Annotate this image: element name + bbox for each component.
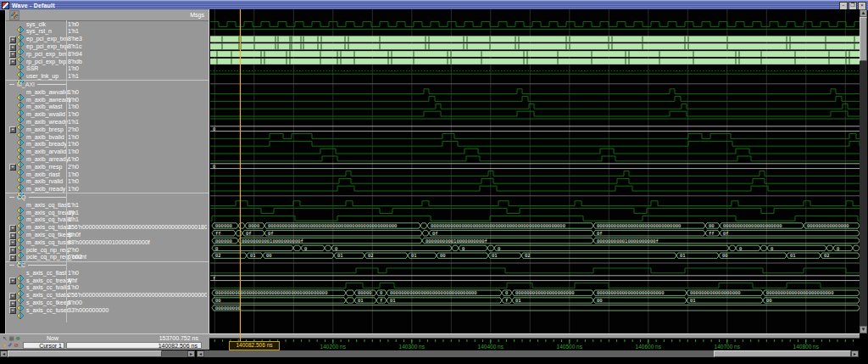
wave-s_axis_cc_tuser: 000000000 [212,305,860,311]
signal-row[interactable]: s_axis_cc_tvalid1'h0 [6,284,209,292]
signal-row[interactable]: +s_axis_cc_tkeep8'h00 [6,299,209,306]
signal-row[interactable]: +m_axib_bresp2'h0 [6,126,209,133]
name-value-splitter[interactable] [66,20,67,322]
scroll-left-icon[interactable]: ◄ [0,350,8,357]
signal-name: m_axib_wready [26,119,68,125]
signal-row[interactable]: m_axib_rvalid1'h0 [6,178,209,186]
scroll-up-icon[interactable]: ▲ [860,9,867,17]
svg-text:0f: 0f [597,231,603,236]
signal-value: 1'h0 [68,97,207,103]
signal-row[interactable]: m_axib_awvalid1'h0 [6,88,209,96]
wave-s_axis_cc_tdata: 0000000000000000000000000000000000000000… [212,290,860,295]
cursor-name-cell[interactable]: Cursor 1 [23,342,64,350]
signal-row[interactable]: SSR1'h0 [6,65,209,73]
signal-value: 33'h000000000 [68,307,207,313]
signal-row[interactable]: +m_axis_cq_tuser88'h00000000001000000000… [6,238,209,246]
signal-row[interactable]: +s_axis_cc_tdata256'h0000000000000000000… [6,292,209,300]
signal-row[interactable]: +rp_pci_exp_txn8'h94 [6,50,209,58]
svg-text:02: 02 [368,253,374,258]
signal-row[interactable]: m_axib_bready1'h0 [6,141,209,148]
delete-cursor-icon[interactable]: ⊘ [14,341,18,349]
signal-row[interactable]: user_lnk_up1'h1 [6,73,209,81]
signal-value: 1'h0 [68,178,207,184]
signal-value: 2'h0 [68,164,207,170]
cursor-row-icons: ●✐⊘ [3,341,19,349]
signal-row[interactable]: m_axis_cq_tlast1'h1 [6,201,209,209]
panel-hscroll-thumb[interactable] [8,350,162,357]
svg-text:0: 0 [213,164,215,169]
svg-text:f: f [505,298,508,303]
scroll-right-icon[interactable]: ► [851,350,859,357]
vertical-scrollbar[interactable]: ▲ ▼ [860,9,867,333]
signal-row[interactable]: m_axib_wlast1'h0 [6,104,209,111]
signal-row[interactable]: m_axib_awready1'h0 [6,96,209,104]
tick-label: 140800 ns [793,344,820,350]
signal-row[interactable]: m_axis_cq_tvalid1'h1 [6,216,209,224]
signal-row[interactable]: sys_clk1'h0 [6,20,209,28]
svg-text:0f: 0f [723,231,729,236]
svg-text:000000000000000000000000000000: 0000000000000000000000000000000000000000 [215,290,327,295]
signal-row[interactable]: s_axis_cc_tlast1'h0 [6,269,209,277]
signal-row[interactable]: m_axib_rready1'h0 [6,186,209,193]
signal-row[interactable]: m_axis_cq_tready1'h1 [6,209,209,216]
signal-row[interactable]: m_axib_arready1'h0 [6,155,209,163]
cursor-value: 140082.506 ns [159,343,198,349]
cursor-star-icon[interactable] [9,10,19,20]
signal-row[interactable]: m_axib_rlast1'h0 [6,171,209,178]
signal-row[interactable]: +rp_pci_exp_txp8'hdb [6,58,209,65]
wave-canvas[interactable]: 0000000000000000000000000000000000000000… [209,9,860,333]
wave-hscroll-thumb[interactable] [714,350,851,357]
signal-row[interactable]: m_axib_bvalid1'h0 [6,133,209,141]
scroll-right-icon[interactable]: ► [187,350,195,357]
svg-text:00: 00 [215,298,221,303]
signal-value: 1'h0 [68,104,207,109]
svg-text:00: 00 [266,253,272,258]
svg-text:00: 00 [597,298,603,303]
panel-horizontal-scrollbar[interactable]: ◄ ► [0,350,195,357]
timeline[interactable]: 140100 ns140200 ns140300 ns140400 ns1405… [209,333,860,350]
signal-row[interactable]: sys_rst_n1'h1 [6,28,209,36]
signal-row[interactable]: +pcie_cq_np_req2'h0 [6,246,209,254]
signal-row[interactable]: m_axib_wready1'h1 [6,118,209,126]
signal-row[interactable]: +m_axib_rresp2'h0 [6,163,209,171]
edit-cursor-icon[interactable]: ✐ [8,341,12,349]
signal-name: m_axis_cq_tdata [26,224,71,230]
signal-row[interactable]: +pcie_cq_np_req_count6'h02 [6,254,209,261]
signal-row[interactable]: +m_axis_cq_tdata256'h0000000000000000000… [6,224,209,232]
vertical-scrollbar-thumb[interactable] [860,17,867,61]
signal-name: ep_pci_exp_txn [26,36,68,42]
lock-cursor-icon[interactable]: ● [3,341,6,349]
scroll-left-icon[interactable]: ◄ [197,350,204,357]
signal-row[interactable]: m_axib_arvalid1'h0 [6,148,209,156]
now-label: Now [47,335,58,341]
expand-toggle[interactable]: + [9,307,16,314]
signal-row[interactable]: +m_axis_cq_tkeep8'h0f [6,231,209,238]
tick-label: 140600 ns [636,344,662,350]
cursor-time-label[interactable]: 140082.506 ns [229,341,280,350]
signal-row[interactable]: m_axib_wvalid1'h0 [6,111,209,119]
signal-name: m_axib_arready [26,156,69,162]
signal-row[interactable]: +s_axis_cc_tready4'hf [6,277,209,284]
cursor-value-cell[interactable]: 140082.506 ns [66,342,202,350]
signal-name: sys_rst_n [26,28,52,34]
signal-value: 1'h0 [68,141,207,147]
wave-window: Wave - Default −❐× Msgs sys_clk1'h0sys_r… [0,0,868,364]
svg-text:0f: 0f [432,231,438,236]
svg-text:000000000010000000000f: 000000000010000000000f [426,238,487,244]
signal-name: m_axib_bvalid [26,134,64,140]
signal-row[interactable]: +ep_pci_exp_txn8'he3 [6,36,209,43]
group-divider-cc: CC [6,261,209,270]
wave-horizontal-scrollbar[interactable]: ◄ ► [197,350,859,357]
signal-value: 1'h0 [68,65,207,71]
signal-row[interactable]: +s_axis_cc_tuser33'h000000000 [6,306,209,314]
wave-window-icon [2,2,9,9]
wave-m_axis_cq_tvalid [210,216,860,221]
signal-name: m_axis_cq_tlast [26,202,69,208]
signal-value: 1'h1 [68,216,207,222]
svg-text:0: 0 [213,126,215,132]
signal-row[interactable]: +ep_pci_exp_txp8'h1c [6,42,209,50]
svg-text:02: 02 [215,253,221,258]
scroll-down-icon[interactable]: ▼ [860,326,867,333]
signal-name: s_axis_cc_tlast [26,270,66,276]
svg-text:00: 00 [440,253,446,258]
